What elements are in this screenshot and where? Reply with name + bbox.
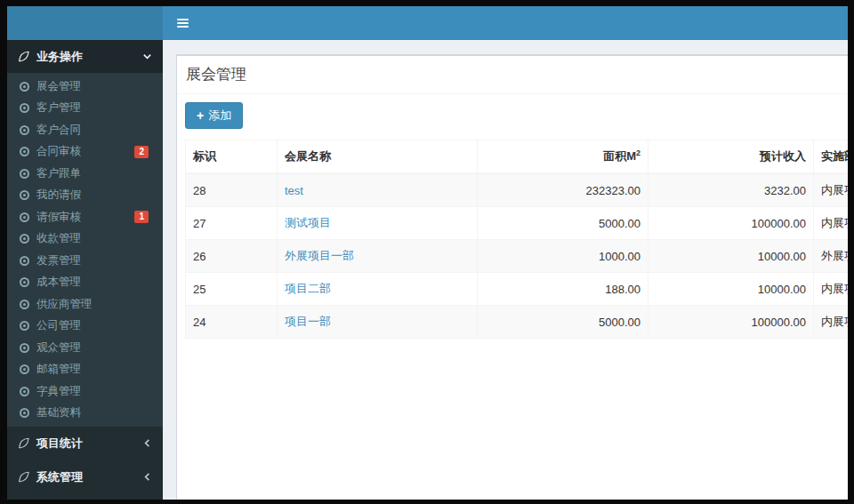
cell-income: 100000.00 (649, 306, 814, 339)
sidebar-item-customer-followup[interactable]: 客户跟单 (7, 163, 163, 185)
cell-area: 188.00 (478, 273, 649, 306)
sidebar-item-dictionary-mgmt[interactable]: 字典管理 (7, 380, 163, 403)
box-body: + 添加 标识 会展名称 面积M2 预计收入 实施部门 (177, 94, 848, 348)
circle-icon (20, 103, 29, 113)
sidebar-item-audience-mgmt[interactable]: 观众管理 (7, 337, 163, 359)
cell-id: 25 (186, 273, 278, 306)
app-window: 业务操作 展会管理 客户管理 客户合同 合同审核 2 (7, 6, 848, 500)
circle-icon (20, 82, 29, 92)
sidebar-item-cost-mgmt[interactable]: 成本管理 (7, 272, 163, 294)
box-header: 展会管理 (177, 56, 848, 94)
cell-income: 10000.00 (649, 240, 814, 273)
sidebar-section-system-mgmt[interactable]: 系统管理 (7, 460, 163, 493)
column-header-id: 标识 (186, 140, 278, 174)
content-area: 展会管理 + 添加 标识 会展名称 面积M2 (163, 40, 848, 500)
column-header-name: 会展名称 (278, 140, 478, 174)
circle-icon (20, 321, 29, 331)
sidebar-item-my-leave[interactable]: 我的请假 (7, 185, 163, 207)
circle-icon (20, 190, 29, 200)
circle-icon (20, 408, 29, 418)
leave-review-badge: 1 (134, 211, 149, 223)
circle-icon (20, 343, 29, 353)
cell-name: 项目一部 (278, 306, 478, 339)
exhibition-link[interactable]: 外展项目一部 (285, 249, 354, 262)
sidebar-item-customer-contract[interactable]: 客户合同 (7, 119, 163, 141)
table-row: 24 项目一部 5000.00 100000.00 内展项目 (186, 306, 849, 339)
sidebar-item-basic-data[interactable]: 基础资料 (7, 403, 163, 425)
top-navbar (163, 6, 848, 40)
cell-id: 24 (186, 306, 278, 339)
table-row: 27 测试项目 5000.00 100000.00 内展项目 (186, 207, 849, 240)
cell-dept: 内展项目 (814, 273, 849, 306)
sidebar-item-customer-mgmt[interactable]: 客户管理 (7, 98, 163, 120)
table-row: 26 外展项目一部 1000.00 10000.00 外展项目 (186, 240, 849, 273)
sidebar-item-leave-review[interactable]: 请假审核 1 (7, 206, 163, 228)
cell-area: 1000.00 (478, 240, 649, 273)
exhibition-box: 展会管理 + 添加 标识 会展名称 面积M2 (176, 54, 848, 500)
cell-dept: 外展项目 (814, 240, 849, 273)
cell-id: 26 (186, 240, 278, 273)
sidebar-item-contract-review[interactable]: 合同审核 2 (7, 141, 163, 164)
cell-area: 232323.00 (478, 173, 649, 207)
table-row: 28 test 232323.00 3232.00 内展项目 (186, 173, 849, 207)
add-button[interactable]: + 添加 (185, 102, 243, 129)
exhibition-link[interactable]: test (285, 184, 303, 197)
sidebar-section-project-stats[interactable]: 项目统计 (7, 427, 163, 460)
page-title: 展会管理 (186, 66, 246, 83)
sidebar-section-label: 业务操作 (36, 49, 142, 65)
sidebar-item-payment-mgmt[interactable]: 收款管理 (7, 228, 163, 251)
leaf-icon (18, 51, 29, 62)
logo-area (7, 6, 163, 40)
circle-icon (20, 212, 29, 222)
cell-income: 10000.00 (649, 273, 814, 306)
table-header-row: 标识 会展名称 面积M2 预计收入 实施部门 (186, 140, 849, 174)
sidebar-item-supplier-mgmt[interactable]: 供应商管理 (7, 293, 163, 316)
sidebar-section-business[interactable]: 业务操作 (7, 40, 163, 73)
cell-income: 3232.00 (649, 173, 814, 207)
circle-icon (20, 387, 29, 396)
leaf-icon (18, 437, 29, 449)
chevron-left-icon (142, 472, 152, 482)
column-header-area: 面积M2 (478, 140, 649, 174)
circle-icon (20, 147, 29, 156)
exhibition-link[interactable]: 项目二部 (285, 282, 331, 295)
leaf-icon (18, 471, 29, 483)
cell-name: 外展项目一部 (278, 240, 478, 273)
cell-name: 项目二部 (278, 273, 478, 306)
chevron-left-icon (142, 438, 152, 448)
circle-icon (20, 256, 29, 266)
cell-income: 100000.00 (649, 207, 814, 240)
exhibitions-table: 标识 会展名称 面积M2 预计收入 实施部门 28 test 232323.00 (185, 140, 848, 339)
sidebar: 业务操作 展会管理 客户管理 客户合同 合同审核 2 (7, 40, 163, 500)
cell-name: test (278, 173, 478, 207)
sidebar-toggle-button[interactable] (163, 6, 202, 40)
sidebar-section-label: 系统管理 (36, 469, 142, 485)
circle-icon (20, 277, 29, 287)
column-header-dept: 实施部门 (814, 140, 849, 174)
chevron-down-icon (142, 52, 152, 61)
sidebar-item-mailbox-mgmt[interactable]: 邮箱管理 (7, 359, 163, 381)
table-row: 25 项目二部 188.00 10000.00 内展项目 (186, 273, 849, 306)
circle-icon (20, 234, 29, 244)
sidebar-submenu: 展会管理 客户管理 客户合同 合同审核 2 客户跟单 我的请假 (7, 73, 163, 427)
circle-icon (20, 300, 29, 309)
cell-name: 测试项目 (278, 207, 478, 240)
sidebar-item-exhibition-mgmt[interactable]: 展会管理 (7, 76, 163, 98)
sidebar-section-label: 项目统计 (36, 436, 142, 452)
cell-area: 5000.00 (478, 207, 649, 240)
cell-dept: 内展项目 (814, 207, 849, 240)
cell-id: 27 (186, 207, 278, 240)
sidebar-item-invoice-mgmt[interactable]: 发票管理 (7, 250, 163, 272)
contract-review-badge: 2 (134, 146, 149, 158)
cell-dept: 内展项目 (814, 306, 849, 339)
cell-dept: 内展项目 (814, 173, 849, 207)
plus-icon: + (197, 109, 204, 122)
cell-id: 28 (186, 173, 278, 207)
circle-icon (20, 125, 29, 135)
exhibition-link[interactable]: 项目一部 (285, 315, 331, 328)
circle-icon (20, 364, 29, 374)
cell-area: 5000.00 (478, 306, 649, 339)
column-header-income: 预计收入 (649, 140, 814, 174)
exhibition-link[interactable]: 测试项目 (285, 216, 331, 229)
sidebar-item-company-mgmt[interactable]: 公司管理 (7, 316, 163, 338)
